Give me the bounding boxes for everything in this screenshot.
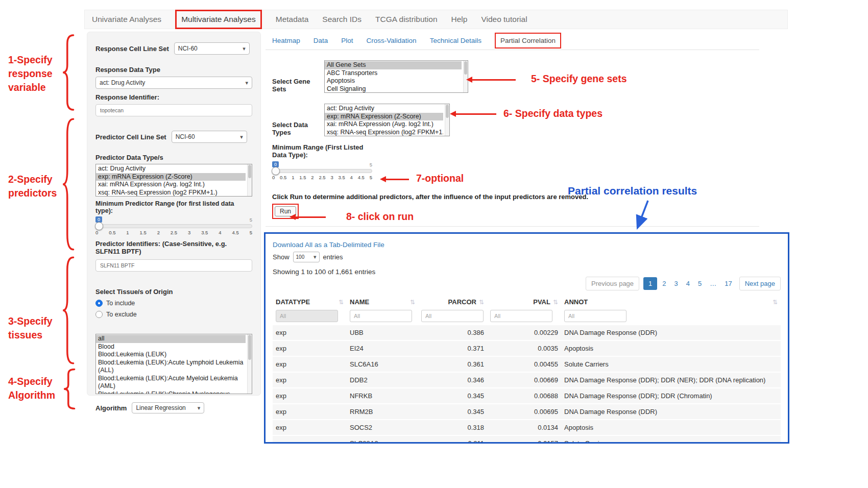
slider-handle[interactable]: [272, 167, 280, 175]
slider-handle[interactable]: [95, 222, 103, 230]
column-header-annot[interactable]: ANNOT ⇅: [561, 295, 781, 309]
filter-name-input[interactable]: [350, 310, 412, 322]
table-header-row: DATATYPE ⇅ NAME ⇅ PARCOR ⇅ PVAL ⇅ ANNOT …: [273, 295, 781, 309]
scrollbar[interactable]: [445, 104, 449, 136]
nav-item[interactable]: Video tutorial: [481, 15, 527, 24]
listbox-option[interactable]: Blood:Leukemia (LEUK):Chronic Myelogenou…: [96, 391, 246, 395]
cell-name: EI24: [347, 341, 418, 356]
show-entries-select[interactable]: 100 ▾: [293, 252, 320, 262]
filter-parcor-input[interactable]: [421, 310, 484, 322]
listbox-option[interactable]: Blood:Leukemia (LEUK):Acute Myeloid Leuk…: [96, 375, 246, 391]
listbox-option[interactable]: xai: mRNA Expression (Avg. log2 Int.): [96, 181, 246, 189]
listbox-option[interactable]: Blood:Leukemia (LEUK): [96, 351, 246, 359]
slider-tick: 1: [292, 175, 294, 180]
cell-annot: DNA Damage Response (DDR): [561, 404, 781, 419]
sort-icon[interactable]: ⇅: [773, 299, 778, 306]
page-number-button[interactable]: 4: [683, 277, 693, 290]
cell-annot: Apoptosis: [561, 341, 781, 356]
nav-item[interactable]: Help: [451, 15, 468, 24]
listbox-option[interactable]: xai: mRNA Expression (Avg. log2 Int.): [325, 120, 443, 129]
table-row[interactable]: exp RRM2B 0.345 0.00695 DNA Damage Respo…: [273, 404, 781, 420]
slider-track[interactable]: [272, 169, 372, 173]
page-number-button[interactable]: 17: [721, 277, 735, 290]
scrollbar-thumb[interactable]: [248, 165, 251, 178]
tab[interactable]: Heatmap: [272, 37, 300, 44]
top-navigation: Univariate AnalysesMultivariate Analyses…: [84, 10, 788, 29]
filter-datatype-input[interactable]: [276, 310, 338, 322]
page-number-button[interactable]: 3: [671, 277, 681, 290]
chevron-down-icon: ▾: [314, 254, 317, 260]
nav-item[interactable]: Univariate Analyses: [92, 15, 161, 24]
listbox-option[interactable]: Blood:Leukemia (LEUK):Acute Lymphoid Leu…: [96, 359, 246, 375]
table-row[interactable]: exp NFRKB 0.345 0.00688 DNA Damage Respo…: [273, 388, 781, 404]
nav-item[interactable]: Multivariate Analyses: [175, 10, 262, 29]
sidebar-panel: Response Cell Line Set NCI-60 ▾ Response…: [87, 32, 261, 396]
tab[interactable]: Data: [314, 37, 328, 44]
scrollbar-thumb[interactable]: [446, 105, 449, 118]
listbox-option[interactable]: exp: mRNA Expression (Z-Score): [325, 113, 443, 121]
predictor-cell-line-set-select[interactable]: NCI-60 ▾: [172, 131, 247, 143]
next-page-button[interactable]: Next page: [739, 277, 781, 290]
download-link[interactable]: Download All as a Tab-Delimited File: [273, 241, 384, 249]
column-header-datatype[interactable]: DATATYPE ⇅: [273, 295, 347, 309]
nav-item[interactable]: Metadata: [276, 15, 309, 24]
listbox-option[interactable]: Cell Signaling: [325, 85, 462, 93]
column-header-name[interactable]: NAME ⇅: [347, 295, 418, 309]
listbox-option[interactable]: all: [96, 335, 246, 343]
response-cell-line-set-select[interactable]: NCI-60 ▾: [174, 42, 250, 55]
scrollbar[interactable]: [247, 334, 252, 394]
scrollbar-thumb[interactable]: [248, 335, 251, 360]
page-number-button[interactable]: 5: [695, 277, 705, 290]
listbox-option[interactable]: All Gene Sets: [325, 61, 462, 69]
scrollbar[interactable]: [247, 164, 252, 196]
min-range-label: Minimum Range (First Listed Data Type):: [266, 143, 789, 159]
listbox-option[interactable]: act: Drug Activity: [96, 165, 246, 173]
sort-icon[interactable]: ⇅: [553, 299, 558, 306]
slider-tick: 2: [311, 175, 314, 180]
listbox-option[interactable]: xsq: RNA-seq Expression (log2 FPKM+1.): [96, 189, 246, 197]
tab[interactable]: Technical Details: [430, 37, 481, 44]
table-row[interactable]: exp UBB 0.386 0.00229 DNA Damage Respons…: [273, 325, 781, 341]
listbox-option[interactable]: exp: mRNA Expression (Z-Score): [96, 173, 246, 181]
sort-icon[interactable]: ⇅: [410, 299, 415, 306]
column-header-pval[interactable]: PVAL ⇅: [487, 295, 561, 309]
tab[interactable]: Cross-Validation: [367, 37, 417, 44]
listbox-option[interactable]: ABC Transporters: [325, 69, 462, 78]
previous-page-button[interactable]: Previous page: [586, 277, 639, 290]
nav-item[interactable]: TCGA distribution: [375, 15, 437, 24]
page-number-button[interactable]: 1: [643, 277, 657, 290]
nav-item[interactable]: Search IDs: [322, 15, 361, 24]
predictor-identifiers-input[interactable]: [95, 259, 252, 272]
listbox-option[interactable]: Blood: [96, 343, 246, 351]
slider-tick: 2.5: [319, 175, 325, 180]
scrollbar-thumb[interactable]: [464, 61, 467, 75]
response-data-type-select[interactable]: act: Drug Activity ▾: [95, 77, 252, 89]
page-number-button[interactable]: …: [707, 277, 719, 290]
table-row[interactable]: exp SOCS2 0.318 0.0134 Apoptosis: [273, 420, 781, 436]
filter-annot-input[interactable]: [564, 310, 626, 322]
slider-track[interactable]: [95, 224, 252, 228]
cell-annot: Solute Carriers: [561, 357, 781, 372]
table-row[interactable]: exp DDB2 0.346 0.00669 DNA Damage Respon…: [273, 373, 781, 388]
min-predictor-range-slider: 0 5 00.511.522.533.544.55: [95, 216, 252, 235]
algorithm-select[interactable]: Linear Regression ▾: [132, 402, 204, 413]
listbox-option[interactable]: xsq: RNA-seq Expression (log2 FPKM+1.): [325, 129, 443, 137]
listbox-option[interactable]: act: Drug Activity: [325, 105, 443, 113]
filter-pval-input[interactable]: [490, 310, 552, 322]
column-header-parcor[interactable]: PARCOR ⇅: [418, 295, 487, 309]
cell-annot: Apoptosis: [561, 420, 781, 435]
page-number-button[interactable]: 2: [659, 277, 669, 290]
tab[interactable]: Plot: [341, 37, 353, 44]
sort-icon[interactable]: ⇅: [339, 299, 344, 306]
include-radio[interactable]: [95, 300, 103, 307]
tab[interactable]: Partial Correlation: [495, 33, 561, 48]
listbox-option[interactable]: Apoptosis: [325, 77, 462, 85]
table-row[interactable]: exp SLC38A3 0.311 0.0157 Solute Carriers: [273, 436, 781, 444]
exclude-radio[interactable]: [95, 311, 103, 318]
table-row[interactable]: exp EI24 0.371 0.0035 Apoptosis: [273, 341, 781, 357]
table-row[interactable]: exp SLC6A16 0.361 0.00455 Solute Carrier…: [273, 357, 781, 373]
tissue-include-radio-row: To include: [95, 300, 252, 307]
response-identifier-input[interactable]: [95, 104, 252, 116]
sort-icon[interactable]: ⇅: [479, 299, 484, 306]
slider-tick: 5: [370, 175, 372, 180]
